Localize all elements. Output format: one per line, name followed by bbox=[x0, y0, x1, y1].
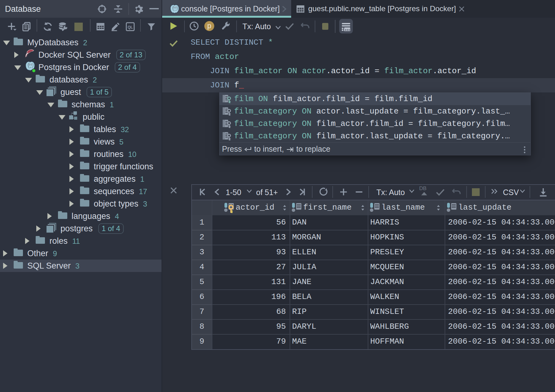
svg-text:QL: QL bbox=[128, 25, 133, 29]
